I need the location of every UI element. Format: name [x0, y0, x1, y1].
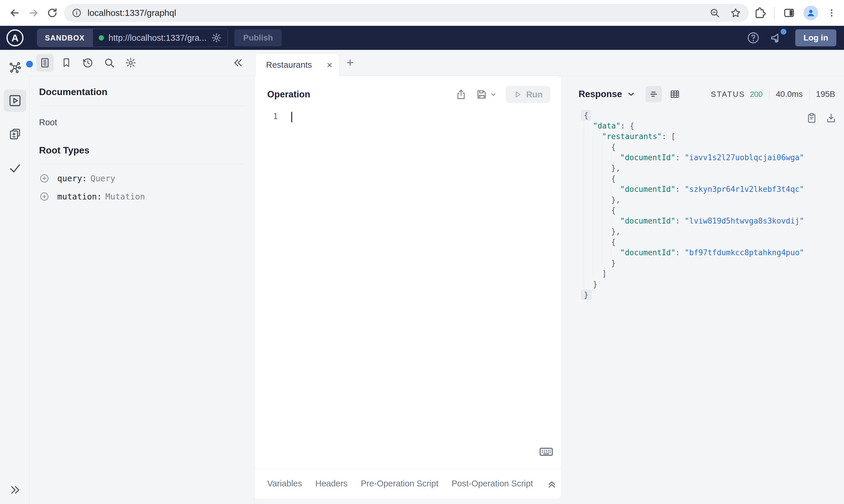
root-type-mutation[interactable]: mutation: Mutation — [39, 191, 245, 202]
tab-pre-operation-script[interactable]: Pre-Operation Script — [361, 479, 438, 488]
tab-variables[interactable]: Variables — [267, 479, 302, 488]
indent-guide — [593, 237, 602, 247]
side-panel-icon[interactable] — [783, 7, 795, 19]
documentation-panel-icon[interactable] — [36, 54, 54, 72]
indent-guide — [584, 216, 593, 226]
run-button[interactable]: Run — [506, 86, 550, 103]
json-line: ] — [584, 268, 844, 279]
history-icon[interactable] — [79, 54, 97, 72]
indent-guide — [584, 205, 593, 216]
tab-post-operation-script[interactable]: Post-Operation Script — [452, 479, 533, 488]
fold-toggle[interactable]: } — [581, 290, 591, 300]
settings-gear-icon[interactable] — [122, 54, 139, 72]
fold-toggle[interactable]: { — [581, 110, 591, 120]
close-tab-icon[interactable]: × — [327, 60, 332, 70]
indent-guide — [593, 163, 602, 174]
expand-rail-icon[interactable] — [0, 484, 30, 497]
indent-guide — [584, 121, 593, 131]
table-view-icon[interactable] — [667, 86, 683, 102]
keyboard-shortcuts-icon[interactable] — [538, 444, 554, 460]
save-operation-group[interactable] — [476, 89, 497, 100]
json-line: { — [584, 205, 844, 216]
save-options-chevron-icon[interactable] — [490, 91, 497, 98]
indent-guide — [584, 152, 593, 163]
add-query-icon[interactable] — [39, 173, 50, 184]
indent-guide — [602, 226, 611, 237]
operation-editor[interactable]: Operation — [254, 76, 561, 468]
download-response-icon[interactable] — [825, 112, 837, 124]
new-tab-icon[interactable]: + — [342, 56, 358, 70]
response-title: Response — [579, 89, 622, 100]
tab-headers[interactable]: Headers — [315, 479, 348, 488]
announcements-megaphone-icon[interactable] — [770, 31, 783, 44]
raw-view-icon[interactable] — [645, 86, 662, 102]
indent-guide — [584, 131, 593, 142]
indent-guide — [593, 184, 602, 195]
zoom-out-icon[interactable] — [709, 7, 720, 18]
schema-graph-icon[interactable] — [4, 57, 26, 79]
json-line: }, — [584, 195, 844, 205]
endpoint-settings-gear-icon[interactable] — [211, 33, 222, 43]
response-title-dropdown[interactable]: Response — [579, 89, 636, 100]
bookmark-star-icon[interactable] — [730, 7, 741, 18]
add-mutation-icon[interactable] — [39, 191, 50, 202]
forward-icon[interactable] — [24, 3, 43, 22]
json-line: } — [584, 290, 844, 300]
run-label: Run — [526, 90, 543, 100]
indent-guide — [602, 195, 611, 205]
schema-diff-icon[interactable] — [4, 123, 26, 145]
root-type-name[interactable]: Mutation — [105, 192, 145, 201]
save-icon[interactable] — [476, 89, 487, 100]
address-bar[interactable]: localhost:1337/graphql — [64, 4, 749, 22]
tab-bar: Restaurants × + — [254, 50, 561, 76]
indent-guide — [593, 152, 602, 163]
tab-restaurants[interactable]: Restaurants × — [255, 53, 339, 76]
indent-guide — [602, 216, 611, 226]
indent-guide — [593, 142, 602, 152]
root-type-query[interactable]: query: Query — [39, 173, 245, 184]
search-icon[interactable] — [100, 54, 118, 72]
login-button[interactable]: Log in — [795, 29, 837, 46]
json-line: }, — [584, 163, 844, 174]
indent-guide — [602, 142, 611, 152]
copy-response-icon[interactable] — [806, 112, 817, 124]
documentation-panel: Documentation Root Root Types query: Que… — [30, 76, 254, 504]
divider — [769, 89, 770, 100]
root-link[interactable]: Root — [39, 118, 245, 127]
json-line: { — [584, 142, 844, 152]
back-icon[interactable] — [5, 3, 24, 22]
profile-avatar[interactable] — [804, 5, 818, 20]
publish-button[interactable]: Publish — [234, 29, 282, 46]
collapse-doc-panel-icon[interactable] — [231, 57, 244, 69]
indent-guide — [584, 195, 593, 205]
checks-icon[interactable] — [4, 157, 26, 179]
indent-guide — [584, 268, 593, 279]
apollo-logo[interactable]: A — [6, 29, 23, 46]
root-type-name[interactable]: Query — [90, 174, 115, 183]
saved-operations-icon[interactable] — [57, 54, 75, 72]
explorer-run-icon[interactable] — [4, 89, 26, 112]
expand-panel-icon[interactable] — [546, 478, 557, 489]
response-duration: 40.0ms — [776, 89, 803, 99]
json-line: { — [584, 110, 844, 121]
help-icon[interactable] — [746, 31, 760, 44]
menu-kebab-icon[interactable] — [826, 7, 837, 18]
indent-guide — [602, 152, 611, 163]
indent-guide — [584, 142, 593, 152]
extensions-icon[interactable] — [754, 7, 766, 19]
endpoint-input[interactable]: http://localhost:1337/gra... — [93, 29, 228, 47]
indent-guide — [602, 174, 611, 184]
json-line: "documentId": "szkyn3pr64r1v2lkebf3t4qc" — [584, 184, 844, 195]
url-text[interactable]: localhost:1337/graphql — [87, 8, 709, 18]
chevron-down-icon — [627, 90, 636, 98]
site-info-icon[interactable] — [72, 8, 82, 18]
response-panel: Response STATUS 200 — [561, 76, 844, 504]
left-rail — [0, 50, 30, 504]
indent-guide — [584, 184, 593, 195]
reload-icon[interactable] — [43, 3, 62, 22]
json-line: "restaurants": [ — [584, 131, 844, 142]
share-operation-icon[interactable] — [455, 89, 467, 100]
editor-bottom-gap — [254, 499, 561, 504]
json-line: } — [584, 258, 844, 268]
response-size: 195B — [816, 89, 835, 99]
